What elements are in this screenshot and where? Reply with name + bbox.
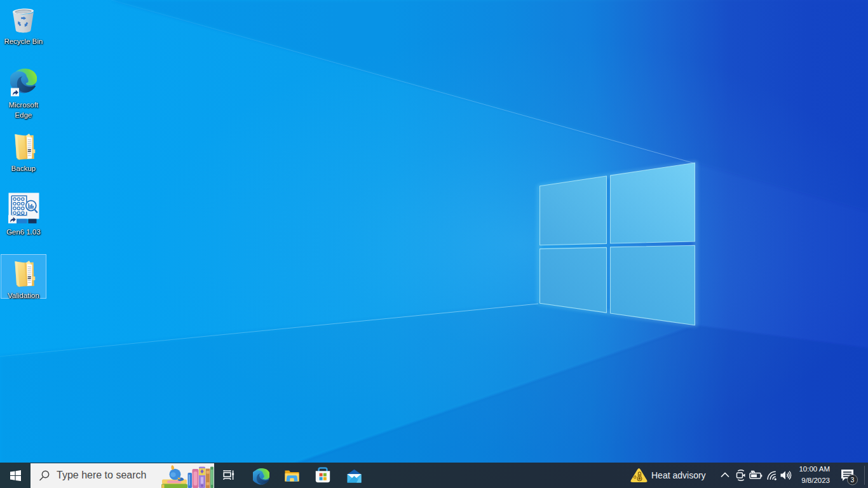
svg-text:3: 3: [851, 476, 855, 484]
